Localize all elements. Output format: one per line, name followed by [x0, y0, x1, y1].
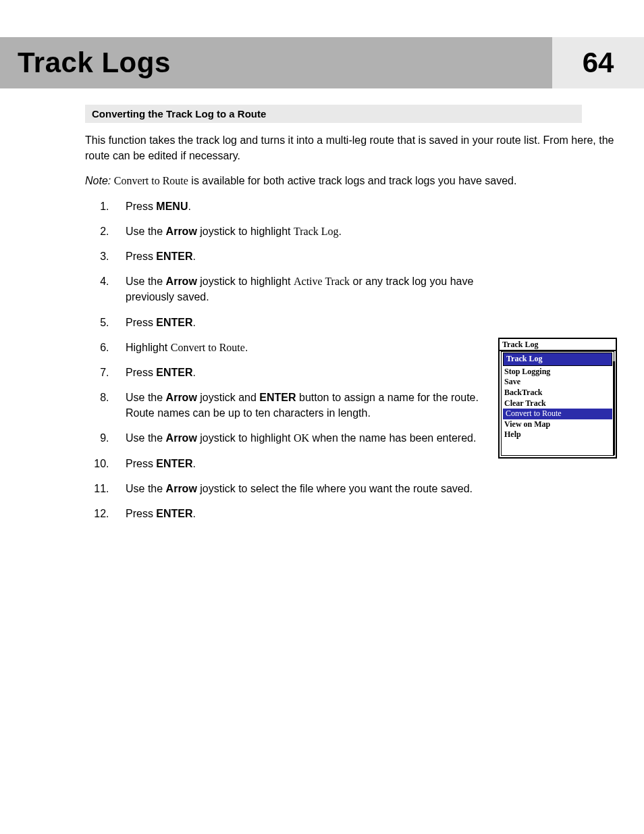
step-item: Use the Arrow joystick to highlight OK w…	[112, 430, 491, 446]
step-item: Use the Arrow joystick to highlight Trac…	[112, 224, 491, 239]
device-screenshot: Track Log Track Log Stop LoggingSaveBack…	[498, 338, 617, 459]
step-item: Press ENTER.	[112, 249, 491, 264]
screenshot-menu-items: Stop LoggingSaveBackTrackClear TrackConv…	[502, 367, 614, 440]
screenshot-menu-item: Save	[502, 377, 614, 388]
step-item: Press ENTER.	[112, 456, 491, 471]
screenshot-menu-item: BackTrack	[502, 388, 614, 398]
step-item: Use the Arrow joystick and ENTER button …	[112, 390, 491, 421]
screenshot-menu-item: Help	[502, 429, 614, 440]
note-paragraph: Note: Convert to Route is available for …	[85, 173, 617, 188]
note-ui-term: Convert to Route	[114, 175, 188, 186]
step-item: Press ENTER.	[112, 506, 491, 521]
header-bar: Track Logs 64	[0, 37, 644, 88]
screenshot-blank	[502, 440, 614, 455]
screenshot-menu-item: Clear Track	[502, 398, 614, 409]
screenshot-menu-item: View on Map	[502, 419, 614, 430]
scrollbar-icon	[613, 361, 615, 455]
steps-with-figure: Press MENU.Use the Arrow joystick to hig…	[85, 199, 617, 531]
steps-list: Press MENU.Use the Arrow joystick to hig…	[85, 199, 491, 522]
step-item: Use the Arrow joystick to select the fil…	[112, 481, 491, 496]
intro-paragraph: This function takes the track log and tu…	[85, 132, 617, 163]
manual-page: Track Logs 64 Converting the Track Log t…	[0, 0, 644, 834]
screenshot-menu-item: Stop Logging	[502, 367, 614, 377]
header-left: Track Logs	[0, 37, 552, 88]
step-item: Highlight Convert to Route.	[112, 340, 491, 355]
page-number: 64	[583, 47, 614, 79]
header-right: 64	[552, 37, 644, 88]
step-item: Press MENU.	[112, 199, 491, 214]
note-label: Note:	[85, 175, 111, 186]
section-heading: Converting the Track Log to a Route	[85, 105, 582, 123]
content-area: Converting the Track Log to a Route This…	[0, 88, 644, 531]
screenshot-menu: Track Log Stop LoggingSaveBackTrackClear…	[501, 351, 614, 456]
step-item: Press ENTER.	[112, 315, 491, 330]
step-item: Use the Arrow joystick to highlight Acti…	[112, 273, 491, 305]
chapter-title: Track Logs	[18, 47, 171, 79]
note-rest: is available for both active track logs …	[188, 175, 516, 186]
step-item: Press ENTER.	[112, 365, 491, 380]
steps-column: Press MENU.Use the Arrow joystick to hig…	[85, 199, 491, 531]
screenshot-menu-header: Track Log	[503, 353, 612, 366]
screenshot-menu-item: Convert to Route	[503, 409, 612, 419]
screenshot-window-title: Track Log	[500, 339, 616, 352]
